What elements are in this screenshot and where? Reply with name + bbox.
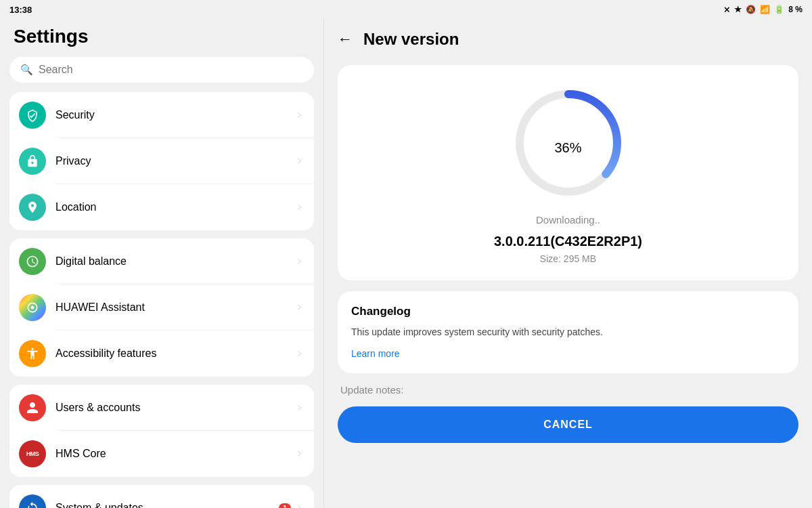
- changelog-section: Changelog This update improves system se…: [338, 291, 798, 373]
- security-label: Security: [55, 109, 295, 121]
- bluetooth-icon: ★: [734, 5, 742, 14]
- sidebar-item-hms-core[interactable]: HMS HMS Core ﹥: [9, 431, 314, 477]
- huawei-assistant-label: HUAWEI Assistant: [55, 301, 295, 314]
- sidebar-item-users-accounts[interactable]: Users & accounts ﹥: [9, 385, 314, 431]
- hms-core-label: HMS Core: [55, 448, 295, 460]
- security-icon: [19, 102, 46, 129]
- security-chevron: ﹥: [295, 109, 304, 121]
- sidebar-item-location[interactable]: Location ﹥: [9, 184, 314, 230]
- settings-group-2: Digital balance ﹥ HUAWEI Assistant ﹥ Acc…: [9, 238, 314, 377]
- changelog-text: This update improves system security wit…: [351, 325, 785, 339]
- settings-title: Settings: [9, 26, 314, 47]
- sidebar-item-accessibility[interactable]: Accessibility features ﹥: [9, 331, 314, 377]
- system-updates-label: System & updates: [55, 502, 279, 508]
- system-updates-chevron: ﹥: [295, 502, 304, 508]
- users-accounts-label: Users & accounts: [55, 402, 295, 414]
- settings-group-4: System & updates 1 ﹥: [9, 485, 314, 508]
- changelog-title: Changelog: [351, 305, 785, 318]
- privacy-icon: [19, 148, 46, 175]
- settings-group-3: Users & accounts ﹥ HMS HMS Core ﹥: [9, 385, 314, 477]
- digital-balance-label: Digital balance: [55, 255, 295, 268]
- users-accounts-icon: [19, 394, 46, 421]
- huawei-assistant-icon: [19, 294, 46, 321]
- accessibility-icon: [19, 340, 46, 367]
- accessibility-chevron: ﹥: [295, 347, 304, 360]
- location-icon: [19, 194, 46, 221]
- bluetooth-icon: ⨯︎: [723, 5, 730, 14]
- percent-symbol: %: [570, 140, 582, 155]
- right-title: New version: [363, 30, 459, 49]
- search-bar[interactable]: 🔍: [9, 57, 314, 83]
- sidebar-item-privacy[interactable]: Privacy ﹥: [9, 138, 314, 184]
- users-accounts-chevron: ﹥: [295, 402, 304, 414]
- wifi-icon: 📶: [760, 5, 770, 14]
- location-label: Location: [55, 201, 295, 213]
- huawei-assistant-chevron: ﹥: [295, 301, 304, 314]
- battery-percent: 8 %: [788, 5, 803, 14]
- right-header: ← New version: [338, 30, 798, 49]
- update-notes-label: Update notes:: [338, 384, 798, 396]
- status-bar: 13:38 ⨯︎ ★ 🔕 📶 🔋 8 %: [0, 0, 812, 19]
- digital-balance-icon: [19, 248, 46, 275]
- progress-percent: 36%: [554, 128, 581, 158]
- status-icons: ⨯︎ ★ 🔕 📶 🔋 8 %: [723, 5, 803, 14]
- progress-section: 36% Downloading.. 3.0.0.211(C432E2R2P1) …: [338, 65, 798, 280]
- settings-group-1: Security ﹥ Privacy ﹥ Location ﹥: [9, 92, 314, 230]
- system-updates-icon: [19, 494, 46, 508]
- sidebar-item-huawei-assistant[interactable]: HUAWEI Assistant ﹥: [9, 284, 314, 331]
- silent-icon: 🔕: [746, 5, 756, 14]
- system-updates-badge: 1: [279, 503, 291, 508]
- sidebar-item-security[interactable]: Security ﹥: [9, 92, 314, 138]
- version-text: 3.0.0.211(C432E2R2P1): [494, 234, 642, 249]
- sidebar-item-digital-balance[interactable]: Digital balance ﹥: [9, 238, 314, 284]
- downloading-text: Downloading..: [536, 214, 600, 226]
- search-input[interactable]: [39, 64, 303, 76]
- svg-point-1: [31, 306, 35, 310]
- progress-circle: 36%: [511, 85, 626, 200]
- hms-core-icon: HMS: [19, 440, 46, 467]
- accessibility-label: Accessibility features: [55, 347, 295, 360]
- sidebar-item-system-updates[interactable]: System & updates 1 ﹥: [9, 485, 314, 508]
- cancel-button[interactable]: CANCEL: [338, 406, 798, 443]
- learn-more-link[interactable]: Learn more: [351, 348, 400, 359]
- search-icon: 🔍: [20, 64, 33, 76]
- location-chevron: ﹥: [295, 201, 304, 213]
- digital-balance-chevron: ﹥: [295, 255, 304, 268]
- privacy-label: Privacy: [55, 155, 295, 167]
- battery-icon: 🔋: [774, 5, 784, 14]
- left-panel: Settings 🔍 Security ﹥ Privacy ﹥: [0, 19, 323, 508]
- privacy-chevron: ﹥: [295, 155, 304, 167]
- size-text: Size: 295 MB: [540, 253, 596, 264]
- back-button[interactable]: ←: [338, 30, 353, 48]
- main-layout: Settings 🔍 Security ﹥ Privacy ﹥: [0, 19, 812, 508]
- status-time: 13:38: [9, 5, 32, 15]
- hms-core-chevron: ﹥: [295, 448, 304, 460]
- right-panel: ← New version: [324, 19, 812, 508]
